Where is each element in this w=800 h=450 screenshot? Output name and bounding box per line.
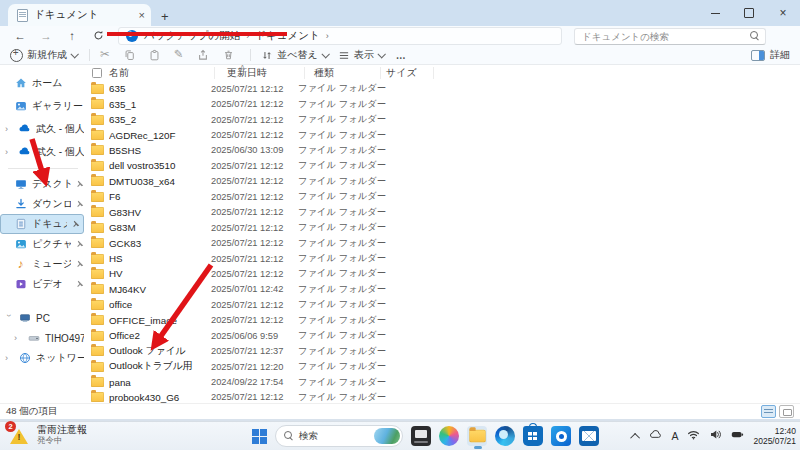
file-row[interactable]: F6 2025/07/21 12:12 ファイル フォルダー — [88, 189, 800, 204]
edge-icon[interactable] — [495, 426, 515, 446]
folder-icon — [91, 377, 104, 387]
file-row[interactable]: pana 2024/09/22 17:54 ファイル フォルダー — [88, 374, 800, 389]
taskbar-app-laptop-icon[interactable] — [411, 426, 431, 446]
file-date: 2025/07/21 12:12 — [211, 161, 288, 171]
file-name: DMTU038_x64 — [109, 176, 211, 187]
file-row[interactable]: G83M 2025/07/21 12:12 ファイル フォルダー — [88, 220, 800, 235]
folder-icon — [91, 84, 104, 94]
wifi-icon[interactable] — [687, 427, 700, 445]
column-header-type[interactable]: 種類 — [305, 67, 381, 79]
sidebar-item-onedrive-1[interactable]: › 武久 - 個人用 — [0, 117, 88, 140]
file-row[interactable]: HV 2025/07/21 12:12 ファイル フォルダー — [88, 266, 800, 281]
expand-chevron-icon[interactable]: › — [5, 147, 13, 157]
outlook-new-icon[interactable] — [551, 426, 571, 446]
search-input[interactable] — [580, 30, 750, 43]
tab-close-icon[interactable]: × — [139, 10, 145, 21]
copilot-icon[interactable] — [439, 426, 459, 446]
new-button[interactable]: 新規作成 — [10, 48, 77, 62]
search-icon[interactable] — [750, 31, 760, 41]
file-row[interactable]: Outlook ファイル 2025/07/21 12:37 ファイル フォルダー — [88, 343, 800, 358]
sidebar-item-pictures[interactable]: ピクチャ — [0, 234, 88, 254]
sort-button[interactable]: 並べ替え — [261, 48, 327, 62]
start-button[interactable] — [252, 429, 267, 444]
sidebar-item-pc[interactable]: › PC — [0, 308, 88, 328]
up-icon[interactable]: ↑ — [60, 30, 84, 42]
maximize-button[interactable] — [732, 0, 766, 26]
clock-date: 2025/07/21 — [753, 436, 796, 446]
sidebar-item-drive-c[interactable]: › TIHO497700D (C — [0, 328, 88, 348]
new-tab-button[interactable]: + — [161, 10, 169, 23]
minimize-button[interactable] — [698, 0, 732, 26]
rename-icon[interactable]: ✎ — [174, 49, 184, 61]
file-row[interactable]: GCK83 2025/07/21 12:12 ファイル フォルダー — [88, 235, 800, 250]
sidebar-item-downloads[interactable]: ダウンロード — [0, 194, 88, 214]
file-row[interactable]: B5SHS 2025/06/30 13:09 ファイル フォルダー — [88, 143, 800, 158]
delete-icon[interactable] — [223, 49, 234, 61]
file-row[interactable]: MJ64KV 2025/07/01 12:42 ファイル フォルダー — [88, 282, 800, 297]
file-row[interactable]: G83HV 2025/07/21 12:12 ファイル フォルダー — [88, 205, 800, 220]
copy-icon[interactable] — [124, 49, 135, 61]
file-row[interactable]: dell vostro3510 2025/07/21 12:12 ファイル フォ… — [88, 158, 800, 173]
onedrive-tray-icon[interactable] — [649, 427, 662, 445]
folder-icon — [91, 207, 104, 217]
expand-chevron-icon[interactable]: › — [14, 333, 22, 343]
sidebar-item-music[interactable]: ♪ ミュージック — [0, 254, 88, 274]
file-date: 2025/07/21 12:12 — [211, 130, 288, 140]
tab-documents[interactable]: ドキュメント × — [8, 4, 151, 26]
taskbar-search[interactable]: 検索 — [275, 425, 403, 447]
ime-indicator[interactable]: A — [671, 430, 678, 442]
column-header-name[interactable]: 名前 — [88, 67, 215, 79]
expand-chevron-icon[interactable]: › — [5, 124, 13, 134]
refresh-icon[interactable] — [86, 30, 110, 43]
select-all-checkbox[interactable] — [92, 68, 102, 78]
paste-icon[interactable] — [149, 49, 160, 61]
file-row[interactable]: office 2025/07/21 12:12 ファイル フォルダー — [88, 297, 800, 312]
file-row[interactable]: probook430_G6 2025/07/21 12:12 ファイル フォルダ… — [88, 390, 800, 403]
sidebar-item-gallery[interactable]: ギャラリー — [0, 94, 88, 117]
column-header-size[interactable]: サイズ — [381, 67, 434, 79]
view-button[interactable]: 表示 — [338, 48, 384, 62]
column-header-date[interactable]: 更新日時 — [215, 67, 305, 79]
collapse-chevron-icon[interactable]: › — [4, 314, 14, 322]
outlook-classic-icon[interactable] — [579, 426, 599, 446]
file-date: 2025/07/21 12:12 — [211, 392, 288, 402]
file-name: HV — [109, 268, 211, 279]
cut-icon[interactable]: ✂ — [100, 49, 110, 61]
back-icon[interactable]: ← — [8, 30, 32, 42]
more-options-icon[interactable]: … — [396, 50, 408, 61]
breadcrumb-item-documents[interactable]: ドキュメント — [255, 29, 319, 43]
file-explorer-icon[interactable] — [467, 426, 487, 446]
share-icon[interactable] — [197, 49, 209, 61]
expand-chevron-icon[interactable]: › — [5, 353, 13, 363]
sidebar-item-network[interactable]: › ネットワーク — [0, 348, 88, 368]
file-row[interactable]: Outlookトラブル用 2025/07/21 12:20 ファイル フォルダー — [88, 359, 800, 374]
file-row[interactable]: HS 2025/07/21 12:12 ファイル フォルダー — [88, 251, 800, 266]
sidebar-item-videos[interactable]: ビデオ — [0, 274, 88, 294]
file-type: ファイル フォルダー — [288, 283, 364, 296]
sidebar-item-documents[interactable]: ドキュメント — [0, 214, 84, 234]
volume-icon[interactable] — [709, 427, 722, 445]
file-row[interactable]: DMTU038_x64 2025/07/21 12:12 ファイル フォルダー — [88, 174, 800, 189]
close-button[interactable]: × — [766, 0, 800, 26]
microsoft-store-icon[interactable] — [523, 426, 543, 446]
file-row[interactable]: 635_2 2025/07/21 12:12 ファイル フォルダー — [88, 112, 800, 127]
weather-widget[interactable]: ! 2 雷雨注意報 発令中 — [8, 424, 87, 446]
details-view-toggle[interactable] — [761, 405, 776, 418]
file-row[interactable]: 635_1 2025/07/21 12:12 ファイル フォルダー — [88, 96, 800, 111]
details-pane-button[interactable]: 詳細 — [751, 48, 790, 62]
sidebar-item-label: ホーム — [32, 76, 84, 90]
file-row[interactable]: 635 2025/07/21 12:12 ファイル フォルダー — [88, 81, 800, 96]
taskbar-clock[interactable]: 12:40 2025/07/21 — [753, 426, 796, 446]
breadcrumb-item-backup[interactable]: バックアップの開始 — [144, 29, 240, 43]
file-row[interactable]: AGDRec_120F 2025/07/21 12:12 ファイル フォルダー — [88, 127, 800, 142]
sidebar-item-home[interactable]: ホーム — [0, 71, 88, 94]
forward-icon[interactable]: → — [34, 30, 58, 42]
file-row[interactable]: OFFICE_image 2025/07/21 12:12 ファイル フォルダー — [88, 313, 800, 328]
sidebar-item-onedrive-2[interactable]: › 武久 - 個人用 — [0, 140, 88, 163]
hidden-icons-chevron[interactable] — [631, 432, 641, 442]
sidebar-item-desktop[interactable]: デスクトップ — [0, 174, 88, 194]
details-pane-icon — [751, 50, 765, 61]
large-icons-view-toggle[interactable] — [779, 405, 794, 418]
file-row[interactable]: Office2 2025/06/06 9:59 ファイル フォルダー — [88, 328, 800, 343]
battery-icon[interactable] — [731, 427, 744, 445]
